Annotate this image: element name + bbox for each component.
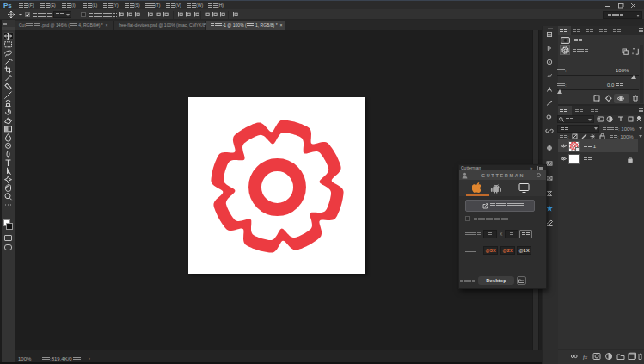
svg-text:fx: fx (583, 354, 588, 361)
